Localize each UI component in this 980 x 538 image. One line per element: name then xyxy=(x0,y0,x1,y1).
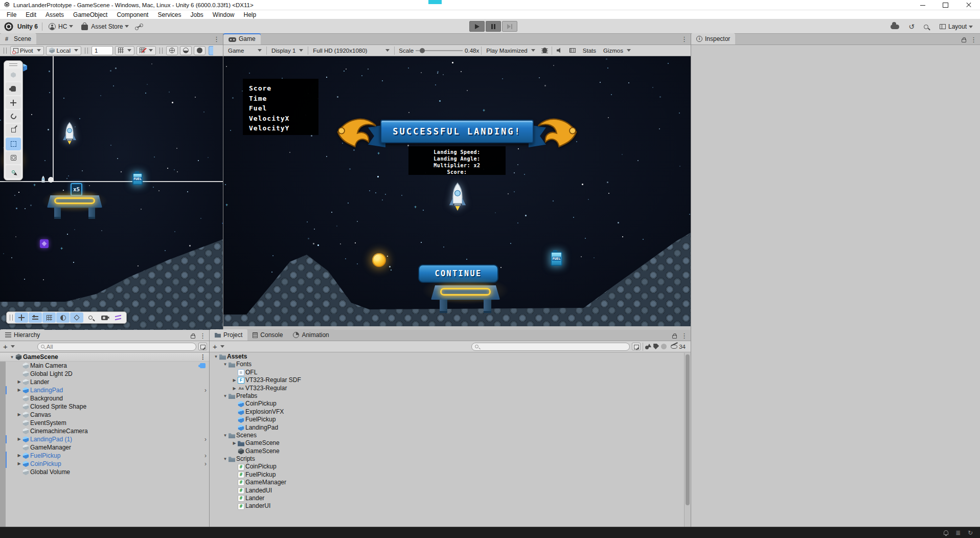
move-tool-button[interactable] xyxy=(6,96,21,109)
maximize-button[interactable] xyxy=(934,0,957,10)
tab-game[interactable]: Game xyxy=(223,33,261,44)
resolution-dropdown[interactable]: Full HD (1920x1080) xyxy=(310,46,392,55)
favorites-icon[interactable] xyxy=(661,344,667,349)
project-item-gamemanager[interactable]: GameManager xyxy=(210,479,684,486)
hierarchy-item-global-volume[interactable]: Global Volume xyxy=(0,468,209,476)
create-asset-dropdown[interactable]: + xyxy=(212,342,225,351)
component-badge-icon[interactable] xyxy=(200,363,206,368)
panel-menu-icon[interactable]: ⋮ xyxy=(681,35,688,43)
expand-arrow[interactable]: ▶ xyxy=(16,452,22,460)
camera-preview-button[interactable] xyxy=(98,312,111,323)
prefab-chevron[interactable]: › xyxy=(204,386,207,394)
tab-console[interactable]: Console xyxy=(247,329,288,341)
lock-icon[interactable] xyxy=(962,39,966,42)
expand-arrow[interactable]: ▼ xyxy=(222,392,229,400)
project-item-scripts[interactable]: ▼Scripts xyxy=(210,455,684,463)
hierarchy-item-global-light-2d[interactable]: Global Light 2D xyxy=(0,370,209,378)
hierarchy-item-lander[interactable]: ▶Lander xyxy=(0,378,209,386)
notifications-icon[interactable] xyxy=(944,530,948,535)
project-item-explosionvfx[interactable]: ExplosionVFX xyxy=(210,408,684,416)
panel-menu-icon[interactable]: ⋮ xyxy=(970,36,977,43)
project-item-assets[interactable]: ▼Assets xyxy=(210,353,684,361)
random-overlay-button[interactable] xyxy=(111,312,125,323)
open-search-window-button[interactable] xyxy=(198,343,207,350)
effects-toggle-button[interactable] xyxy=(209,46,213,55)
hierarchy-item-main-camera[interactable]: Main Camera xyxy=(0,362,209,370)
hierarchy-item-landingpad-1[interactable]: ▶LandingPad (1)› xyxy=(0,435,209,443)
camera-gizmo-icon[interactable] xyxy=(40,175,48,186)
overlay-drag-handle[interactable] xyxy=(10,315,13,321)
pivot-gizmo-icon[interactable] xyxy=(48,177,54,183)
panel-menu-icon[interactable]: ⋮ xyxy=(213,35,220,43)
expand-arrow[interactable]: ▼ xyxy=(222,361,229,368)
expand-arrow[interactable]: ▼ xyxy=(9,353,15,362)
project-item-fonts[interactable]: ▼Fonts xyxy=(210,361,684,368)
project-item-landerui[interactable]: LanderUI xyxy=(210,502,684,510)
menu-component[interactable]: Component xyxy=(112,10,153,19)
scene-landing-pad-sprite[interactable] xyxy=(47,195,102,222)
expand-arrow[interactable]: ▶ xyxy=(16,386,22,394)
menu-assets[interactable]: Assets xyxy=(41,10,69,19)
project-item-gamescene[interactable]: GameScene xyxy=(210,447,684,455)
project-item-coinpickup[interactable]: CoinPickup xyxy=(210,463,684,470)
custom-tool-button[interactable] xyxy=(6,165,21,178)
project-item-lander[interactable]: Lander xyxy=(210,495,684,502)
search-view-button[interactable] xyxy=(84,312,97,323)
project-item-vt323-regular-sdf[interactable]: ▶VT323-Regular SDF xyxy=(210,376,684,384)
audio-toggle-button[interactable] xyxy=(194,46,206,55)
menu-file[interactable]: File xyxy=(2,10,21,19)
expand-arrow[interactable]: ▼ xyxy=(213,353,219,361)
render-options-button[interactable] xyxy=(29,312,42,323)
grid-size-field[interactable]: 1 xyxy=(92,46,113,55)
prefab-chevron[interactable]: › xyxy=(204,460,207,468)
project-scrollbar[interactable] xyxy=(684,353,691,527)
filter-by-type-icon[interactable] xyxy=(645,344,651,349)
project-item-fuelpickup[interactable]: FuelPickup xyxy=(210,416,684,423)
hierarchy-item-fuelpickup[interactable]: ▶FuelPickup› xyxy=(0,452,209,460)
play-button[interactable] xyxy=(469,21,485,32)
filter-by-label-icon[interactable] xyxy=(653,344,659,349)
services-network-icon[interactable] xyxy=(135,24,143,30)
close-button[interactable] xyxy=(957,0,980,10)
lighting-toggle-button[interactable] xyxy=(180,46,192,55)
grid-visibility-dropdown[interactable] xyxy=(115,46,134,55)
handle-rotation-dropdown[interactable]: Local xyxy=(46,46,82,55)
drag-handle-icon[interactable] xyxy=(159,48,163,54)
vsync-button[interactable] xyxy=(567,46,578,55)
hierarchy-item-eventsystem[interactable]: EventSystem xyxy=(0,419,209,427)
cloud-icon[interactable] xyxy=(891,25,899,29)
project-item-scenes[interactable]: ▼Scenes xyxy=(210,432,684,439)
debug-button[interactable] xyxy=(540,46,550,55)
hierarchy-item-gamescene[interactable]: ▼GameScene⋮ xyxy=(0,353,209,362)
snap-settings-dropdown[interactable] xyxy=(136,46,156,55)
display-dropdown[interactable]: Display 1 xyxy=(269,46,306,55)
expand-arrow[interactable]: ▶ xyxy=(16,435,22,443)
slider-handle[interactable] xyxy=(420,48,425,53)
transform-tool-button[interactable] xyxy=(6,151,21,164)
overlay-drag-handle[interactable] xyxy=(9,63,17,66)
hierarchy-item-landingpad[interactable]: ▶LandingPad› xyxy=(0,386,209,394)
hierarchy-search-input[interactable]: All xyxy=(37,343,196,351)
step-button[interactable] xyxy=(502,21,517,32)
scene-terrain[interactable] xyxy=(0,56,223,330)
project-item-gamescene[interactable]: ▶GameScene xyxy=(210,439,684,447)
pause-button[interactable] xyxy=(486,21,501,32)
menu-gameobject[interactable]: GameObject xyxy=(69,10,112,19)
minimize-button[interactable] xyxy=(911,0,934,10)
menu-edit[interactable]: Edit xyxy=(21,10,41,19)
hand-tool-button[interactable] xyxy=(6,82,21,95)
panel-menu-icon[interactable]: ⋮ xyxy=(681,332,688,340)
account-dropdown[interactable]: HC xyxy=(47,22,75,31)
tab-project[interactable]: Project xyxy=(210,329,247,341)
drag-handle-icon[interactable] xyxy=(85,48,88,54)
hidden-items-count[interactable]: 34 xyxy=(671,344,686,350)
project-item-coinpickup[interactable]: CoinPickup xyxy=(210,400,684,408)
hierarchy-item-canvas[interactable]: ▶Canvas xyxy=(0,411,209,419)
undo-history-icon[interactable]: ↺ xyxy=(908,23,915,30)
stats-button[interactable]: Stats xyxy=(580,46,599,55)
scene-fuel-sprite[interactable]: FUEL xyxy=(132,173,143,185)
asset-store-dropdown[interactable]: Asset Store xyxy=(79,22,131,31)
expand-arrow[interactable]: ▶ xyxy=(16,378,22,386)
search-icon[interactable] xyxy=(924,25,928,29)
scrollbar-thumb[interactable] xyxy=(686,354,690,505)
